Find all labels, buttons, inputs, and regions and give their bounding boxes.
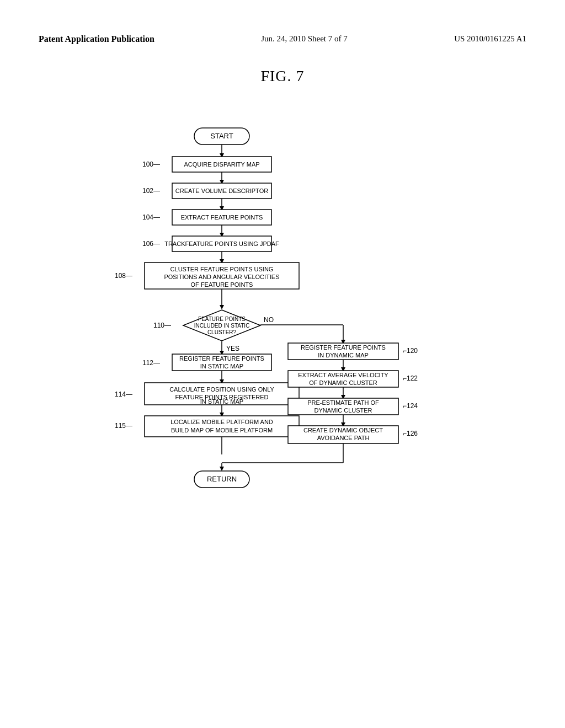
n112-text-1: REGISTER FEATURE POINTS — [179, 355, 264, 362]
return-text: RETURN — [207, 475, 237, 483]
date-sheet-label: Jun. 24, 2010 Sheet 7 of 7 — [261, 34, 348, 43]
label-104: 104— — [142, 213, 160, 221]
patent-number-label: US 2010/0161225 A1 — [454, 34, 526, 43]
yes-label: YES — [226, 345, 239, 352]
n115-text-2: BUILD MAP OF MOBILE PLATFORM — [171, 427, 273, 433]
label-115: 115— — [115, 422, 132, 430]
n114-text-3: IN STATIC MAP — [200, 398, 243, 405]
label-122: ⌐122 — [403, 374, 418, 382]
n108-text-1: CLUSTER FEATURE POINTS USING — [170, 266, 274, 272]
label-124: ⌐124 — [403, 402, 418, 410]
n110-text-3: CLUSTER? — [207, 329, 237, 335]
n108-text-3: OF FEATURE POINTS — [191, 281, 253, 288]
label-120: ⌐120 — [403, 347, 418, 355]
n110-text-1: FEATURE POINTS — [198, 316, 246, 322]
n106-text: TRACKFEATURE POINTS USING JPDAF — [164, 240, 279, 247]
label-112: 112— — [142, 359, 160, 367]
n102-text: CREATE VOLUME DESCRIPTOR — [175, 188, 268, 194]
n126-text-1: CREATE DYNAMIC OBJECT — [303, 427, 383, 433]
n114-text-1: CALCULATE POSITION USING ONLY — [169, 386, 274, 393]
no-label: NO — [264, 316, 274, 324]
n126-text-2: AVOIDANCE PATH — [317, 435, 370, 441]
n120-text-2: IN DYNAMIC MAP — [318, 352, 369, 358]
n124-text-1: PRE-ESTIMATE PATH OF — [307, 399, 379, 406]
flowchart-svg: YES NO START ACQUIRE DISPARITY MAP 100— … — [89, 113, 476, 609]
label-110: 110— — [153, 322, 171, 329]
n124-text-2: DYNAMIC CLUSTER — [314, 407, 372, 414]
label-114: 114— — [115, 390, 132, 398]
header-right: US 2010/0161225 A1 — [454, 33, 526, 45]
page: Patent Application Publication Jun. 24, … — [0, 0, 565, 728]
n108-text-2: POSITIONS AND ANGULAR VELOCITIES — [164, 274, 279, 280]
n110-text-2: INCLUDED IN STATIC — [194, 323, 250, 329]
n104-text: EXTRACT FEATURE POINTS — [181, 214, 263, 221]
svg-marker-31 — [220, 467, 224, 471]
header: Patent Application Publication Jun. 24, … — [39, 33, 526, 45]
label-102: 102— — [142, 187, 160, 195]
start-text: START — [210, 132, 233, 140]
label-100: 100— — [142, 160, 160, 168]
fig-title: FIG. 7 — [39, 67, 526, 85]
n122-text-1: EXTRACT AVERAGE VELOCITY — [298, 372, 388, 378]
n112-text-2: IN STATIC MAP — [200, 363, 243, 370]
svg-marker-11 — [220, 305, 224, 309]
publication-label: Patent Application Publication — [39, 34, 154, 44]
label-106: 106— — [142, 240, 160, 248]
n115-text-1: LOCALIZE MOBILE PLATFORM AND — [170, 419, 273, 425]
label-108: 108— — [115, 272, 132, 280]
n120-text-1: REGISTER FEATURE POINTS — [301, 344, 386, 351]
header-left: Patent Application Publication — [39, 33, 154, 45]
label-126: ⌐126 — [403, 430, 418, 437]
n122-text-2: OF DYNAMIC CLUSTER — [309, 379, 377, 386]
n100-text: ACQUIRE DISPARITY MAP — [184, 161, 259, 168]
header-center: Jun. 24, 2010 Sheet 7 of 7 — [261, 33, 348, 45]
